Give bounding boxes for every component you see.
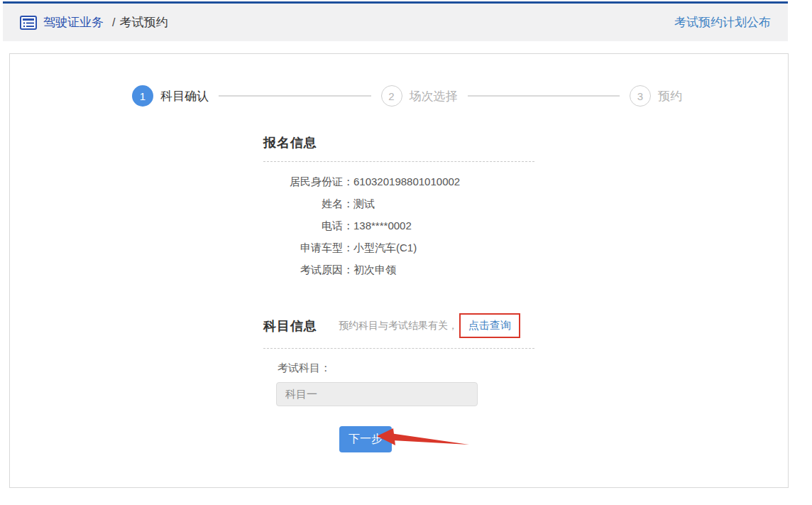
list-icon (20, 16, 37, 30)
info-label: 电话 (263, 215, 343, 237)
info-colon: ： (343, 259, 353, 281)
main-panel: 1 科目确认 2 场次选择 3 预约 报名信息 居民身份证 ： 61032019… (9, 53, 789, 488)
info-colon: ： (343, 237, 353, 259)
breadcrumb-section-link[interactable]: 驾驶证业务 (43, 14, 104, 31)
info-colon: ： (343, 192, 353, 215)
step-3-label: 预约 (658, 88, 682, 104)
registration-info-title: 报名信息 (263, 134, 534, 151)
info-row-id-number: 居民身份证 ： 610320198801010002 (263, 170, 534, 192)
breadcrumb-separator: / (112, 16, 115, 29)
info-value: 138****0002 (353, 215, 412, 237)
step-2-circle: 2 (381, 85, 402, 107)
step-1-label: 科目确认 (160, 88, 209, 104)
step-connector (219, 95, 371, 97)
dashed-divider (263, 161, 534, 162)
click-to-query-link[interactable]: 点击查询 (468, 319, 511, 331)
step-connector (468, 95, 620, 97)
step-2-label: 场次选择 (410, 88, 458, 104)
annotation-highlight-box: 点击查询 (459, 313, 520, 338)
step-3-circle: 3 (630, 85, 651, 107)
step-session-select: 2 场次选择 (381, 85, 458, 107)
info-value: 初次申领 (353, 259, 396, 281)
step-reserve: 3 预约 (630, 85, 682, 107)
info-label: 考试原因 (263, 259, 343, 281)
info-value: 测试 (353, 192, 375, 215)
exam-plan-announcement-link[interactable]: 考试预约计划公布 (674, 14, 771, 31)
info-row-exam-reason: 考试原因 ： 初次申领 (263, 259, 534, 281)
form-content: 报名信息 居民身份证 ： 610320198801010002 姓名 ： 测试 … (263, 134, 534, 452)
breadcrumb-bar: 驾驶证业务 / 考试预约 考试预约计划公布 (3, 4, 788, 41)
subject-info-title: 科目信息 (263, 317, 317, 335)
dashed-divider (263, 348, 534, 349)
info-row-phone: 电话 ： 138****0002 (263, 215, 534, 237)
info-value: 小型汽车(C1) (353, 237, 417, 259)
subject-info-header: 科目信息 预约科目与考试结果有关， 点击查询 (263, 313, 534, 338)
step-1-circle: 1 (132, 85, 153, 107)
info-row-name: 姓名 ： 测试 (263, 192, 534, 215)
page: { "header": { "breadcrumb": { "section":… (0, 0, 812, 505)
info-label: 居民身份证 (263, 170, 343, 192)
info-value: 610320198801010002 (353, 170, 460, 192)
exam-subject-input[interactable] (276, 382, 478, 406)
red-arrow-annotation (372, 425, 473, 450)
info-label: 申请车型 (263, 237, 343, 259)
breadcrumb-current: 考试预约 (119, 14, 168, 31)
subject-note: 预约科目与考试结果有关， (339, 320, 458, 332)
stepper: 1 科目确认 2 场次选择 3 预约 (132, 85, 682, 107)
info-colon: ： (343, 170, 353, 192)
registration-info-rows: 居民身份证 ： 610320198801010002 姓名 ： 测试 电话 ： … (263, 170, 534, 281)
info-row-vehicle-type: 申请车型 ： 小型汽车(C1) (263, 237, 534, 259)
info-label: 姓名 (263, 192, 343, 215)
step-subject-confirm: 1 科目确认 (132, 85, 209, 107)
info-colon: ： (343, 215, 353, 237)
exam-subject-label: 考试科目： (263, 362, 534, 375)
